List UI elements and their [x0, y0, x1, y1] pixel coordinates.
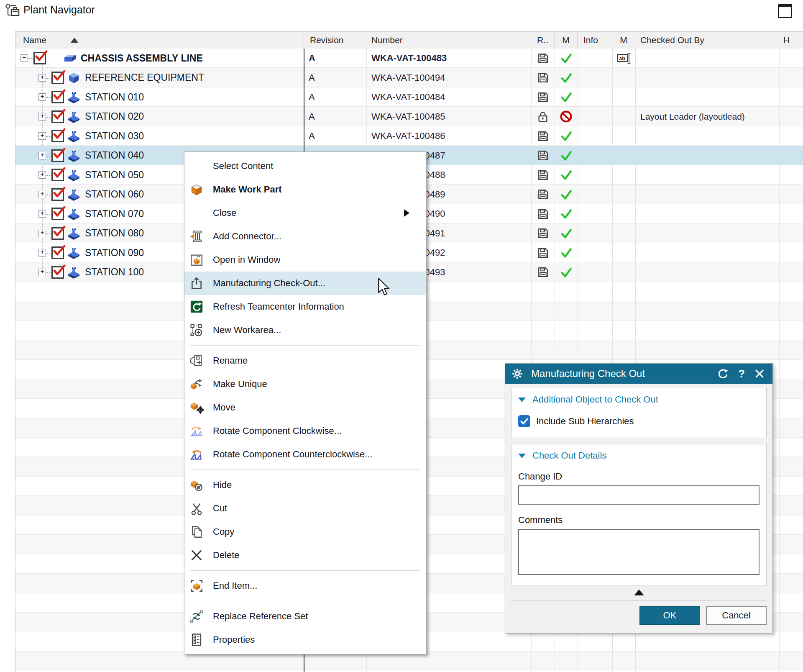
tree-checkbox[interactable]: [51, 188, 64, 201]
menu-item-delete[interactable]: Delete: [184, 544, 426, 567]
modified-ok-icon: [555, 165, 578, 185]
header-modified-2[interactable]: M: [612, 32, 635, 49]
tree-expand-expander[interactable]: +: [38, 113, 46, 121]
menu-item-move[interactable]: Move: [184, 396, 426, 419]
tree-item-label: STATION 030: [85, 126, 144, 146]
menu-item-properties[interactable]: Properties: [184, 628, 426, 651]
header-read-status[interactable]: R..: [531, 32, 555, 49]
tree-stub: [46, 97, 51, 98]
window-titlebar: Plant Navigator: [0, 0, 803, 23]
tree-expand-expander[interactable]: +: [38, 210, 46, 218]
table-row[interactable]: + STATION 020 A: [15, 107, 803, 127]
tree-item-label: STATION 100: [85, 263, 144, 282]
menu-item-add-connector[interactable]: Add Connector...: [184, 225, 426, 248]
saved-icon: [531, 263, 555, 282]
tree-expand-expander[interactable]: +: [38, 74, 46, 82]
tree-expand-expander[interactable]: +: [38, 171, 46, 179]
table-row[interactable]: + REFERENCE EQUIPMENT A WKA-VAT-100494: [15, 68, 803, 88]
menu-item-new-workarea[interactable]: New Workarea...: [184, 318, 426, 342]
change-id-input[interactable]: [518, 485, 760, 505]
menu-item-rename[interactable]: Rename: [184, 349, 426, 372]
tree-expand-expander[interactable]: +: [38, 132, 46, 140]
header-info[interactable]: Info: [578, 32, 612, 49]
tree-item-label: STATION 090: [85, 243, 144, 263]
section-header-additional-object[interactable]: Additional Object to Check Out: [518, 394, 760, 405]
checkbox-checked-icon[interactable]: [518, 415, 530, 427]
header-modified-1[interactable]: M: [555, 32, 578, 49]
tree-checkbox[interactable]: [51, 130, 64, 142]
reset-icon[interactable]: [717, 368, 729, 380]
checked-out-by-cell: Layout Leader (layoutlead): [635, 107, 779, 127]
context-menu: Select Content Make Work Part Close: [184, 151, 427, 654]
tree-checkbox[interactable]: [51, 208, 64, 220]
tree-item-label: STATION 010: [85, 87, 144, 107]
menu-item-close[interactable]: Close: [184, 201, 426, 225]
section-header-check-out-details[interactable]: Check Out Details: [518, 450, 760, 461]
menu-item-end-item[interactable]: End Item...: [184, 574, 426, 598]
tree-expand-expander[interactable]: +: [38, 152, 46, 159]
menu-item-copy[interactable]: Copy: [184, 520, 426, 544]
menu-item-rotate-component-counterclockwise[interactable]: Rotate Component Counterclockwise...: [184, 443, 426, 466]
tree-stub: [46, 272, 51, 273]
ok-button[interactable]: OK: [639, 606, 700, 625]
header-revision[interactable]: Revision: [304, 32, 366, 49]
tree-checkbox[interactable]: [51, 227, 64, 240]
station-icon: [67, 110, 81, 124]
gear-icon[interactable]: [511, 367, 524, 380]
new-workarea-icon: [189, 322, 205, 338]
menu-item-rotate-component-clockwise[interactable]: Rotate Component Clockwise...: [184, 419, 426, 443]
menu-item-cut[interactable]: Cut: [184, 497, 426, 520]
header-name[interactable]: Name: [15, 32, 304, 49]
header-h[interactable]: H: [779, 32, 803, 49]
tree-item-label: STATION 040: [85, 146, 144, 166]
tree-expand-expander[interactable]: +: [38, 269, 46, 276]
revision-cell: A: [304, 107, 366, 127]
menu-item-hide[interactable]: Hide: [184, 473, 426, 497]
table-row[interactable]: + STATION 010 A: [15, 87, 803, 107]
tree-expand-expander[interactable]: +: [38, 230, 46, 237]
maximize-button[interactable]: [778, 4, 792, 18]
blocked-icon: [555, 107, 578, 127]
equipment-cube-icon: [67, 71, 81, 85]
modified-ok-icon: [555, 185, 578, 205]
tree-checkbox[interactable]: [33, 52, 46, 64]
rename-icon: [189, 353, 205, 369]
menu-item-open-in-window[interactable]: Open in Window: [184, 248, 426, 272]
header-number[interactable]: Number: [366, 32, 531, 49]
tree-expand-expander[interactable]: +: [38, 93, 46, 101]
tree-checkbox[interactable]: [51, 72, 64, 84]
tree-checkbox[interactable]: [51, 110, 64, 123]
header-checked-out-by[interactable]: Checked Out By: [635, 32, 779, 49]
modified-ok-icon: [555, 224, 578, 244]
tree-expand-expander[interactable]: +: [38, 191, 46, 198]
comments-textarea[interactable]: [518, 529, 760, 575]
menu-item-select-content[interactable]: Select Content: [184, 154, 426, 178]
cancel-button[interactable]: Cancel: [706, 606, 767, 625]
close-icon[interactable]: [754, 368, 765, 379]
include-sub-hierarchies-checkbox[interactable]: Include Sub Hierarchies: [518, 415, 760, 427]
rotate-counterclockwise-icon: [189, 446, 205, 462]
tree-checkbox[interactable]: [51, 266, 64, 279]
submenu-arrow-icon: [404, 209, 409, 217]
tree-expand-expander[interactable]: +: [38, 249, 46, 256]
table-row[interactable]: − CHASSIS ASSEMBLY LINE A WKA-V: [15, 49, 803, 68]
tree-collapse-expander[interactable]: −: [20, 54, 28, 62]
svg-text:ab: ab: [619, 55, 625, 62]
modified-ok-icon: [555, 263, 578, 282]
table-row[interactable]: + STATION 030 A: [15, 126, 803, 146]
tree-checkbox[interactable]: [51, 246, 64, 259]
menu-item-make-unique[interactable]: Make Unique: [184, 372, 426, 396]
dialog-titlebar[interactable]: Manufacturing Check Out ?: [505, 364, 772, 384]
replace-reference-set-icon: [189, 608, 205, 624]
tree-stub: [46, 175, 51, 176]
menu-item-make-work-part[interactable]: Make Work Part: [184, 178, 426, 201]
tree-checkbox[interactable]: [51, 169, 64, 181]
help-icon[interactable]: ?: [738, 367, 745, 380]
revision-cell: A: [304, 49, 366, 68]
dialog-collapse-arrow[interactable]: [634, 590, 644, 595]
menu-item-refresh-teamcenter-information[interactable]: Refresh Teamcenter Information: [184, 295, 426, 318]
tree-item-label: STATION 050: [85, 165, 144, 185]
menu-item-replace-reference-set[interactable]: Replace Reference Set: [184, 605, 426, 628]
tree-checkbox[interactable]: [51, 149, 64, 162]
tree-checkbox[interactable]: [51, 91, 64, 103]
